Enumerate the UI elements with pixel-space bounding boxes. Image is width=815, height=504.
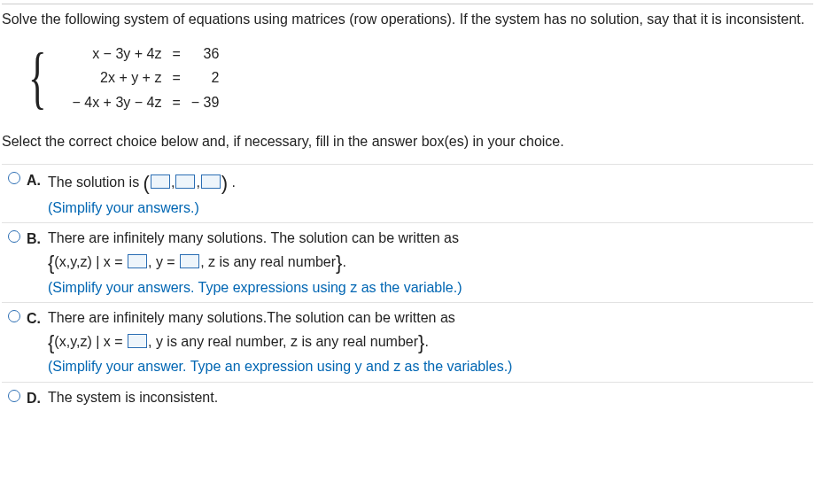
choice-c-hint: (Simplify your answer. Type an expressio… [48,357,813,376]
left-paren-icon: ( [144,172,150,194]
choice-letter: A. [27,170,48,190]
choice-b-post: , z is any real number [200,254,336,269]
choice-a: A. The solution is (,,) . (Simplify your… [2,164,813,222]
choice-letter: B. [27,229,48,249]
choice-b: B. There are infinitely many solutions. … [2,222,813,302]
answer-box-a1[interactable] [151,174,170,189]
radio-b[interactable] [8,230,20,243]
answer-box-a3[interactable] [201,174,221,189]
radio-c[interactable] [8,310,20,322]
equation-row: − 4x + 3y − 4z = − 39 [66,90,224,115]
eq-equals: = [167,66,185,90]
choice-b-set: {(x,y,z) | x = , y = , z is any real num… [48,250,813,276]
choice-c-post: , y is any real number, z is any real nu… [148,334,418,349]
choice-a-post: . [228,174,236,190]
answer-box-b1[interactable] [128,254,147,268]
eq-rhs: 2 [186,66,225,90]
choice-d-text: The system is inconsistent. [48,390,218,405]
answer-box-b2[interactable] [180,254,199,268]
eq-equals: = [167,90,185,115]
choice-c-pre: (x,y,z) | x = [54,334,127,349]
eq-lhs: − 4x + 3y − 4z [66,90,167,115]
choice-a-hint: (Simplify your answers.) [48,198,813,218]
equation-system: { x − 3y + 4z = 36 2x + y + z = 2 − 4x +… [28,42,813,115]
eq-equals: = [167,42,185,66]
choice-c-period: . [424,334,428,349]
choice-b-pre: (x,y,z) | x = [54,254,127,269]
eq-lhs: 2x + y + z [66,66,167,90]
eq-lhs: x − 3y + 4z [66,42,167,66]
choice-b-line1: There are infinitely many solutions. The… [48,229,813,248]
question-prompt: Solve the following system of equations … [2,10,813,29]
eq-rhs: − 39 [186,90,225,115]
equation-row: x − 3y + 4z = 36 [66,42,224,66]
choice-d: D. The system is inconsistent. [2,382,813,414]
choice-letter: D. [27,388,48,408]
choice-a-text: The solution is (,,) . [48,174,236,190]
choice-a-pre: The solution is [48,174,144,190]
divider-top [2,4,813,4]
choice-c-set: {(x,y,z) | x = , y is any real number, z… [48,330,813,356]
choice-instruction: Select the correct choice below and, if … [2,132,813,151]
radio-d[interactable] [8,390,20,402]
choice-b-hint: (Simplify your answers. Type expressions… [48,278,813,298]
choice-b-period: . [342,254,345,269]
left-brace-icon: { [28,43,47,112]
eq-rhs: 36 [186,42,225,66]
equation-table: x − 3y + 4z = 36 2x + y + z = 2 − 4x + 3… [66,42,224,115]
choice-c: C. There are infinitely many solutions.T… [2,302,813,382]
choice-c-line1: There are infinitely many solutions.The … [48,308,813,328]
choice-b-mid: , y = [148,254,179,269]
radio-a[interactable] [8,172,20,184]
answer-box-a2[interactable] [175,174,195,189]
answer-box-c1[interactable] [128,334,147,348]
equation-row: 2x + y + z = 2 [66,66,224,90]
choice-letter: C. [27,308,48,329]
